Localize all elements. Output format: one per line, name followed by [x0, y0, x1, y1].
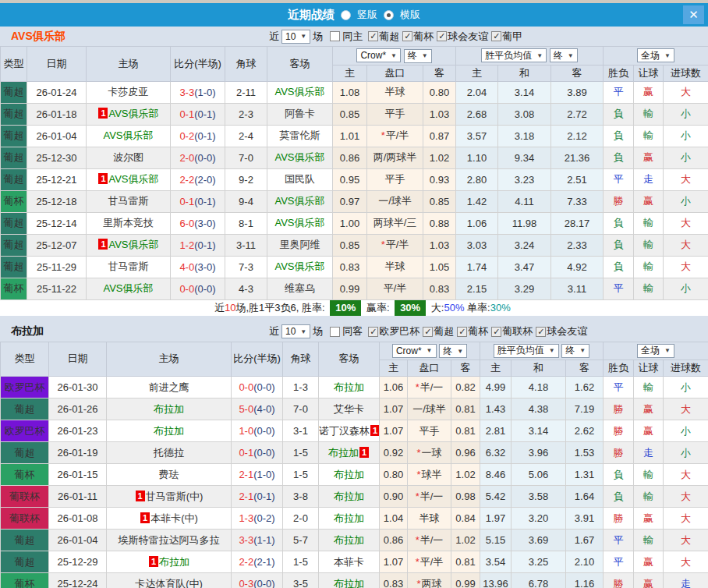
league-filter-checkbox[interactable]: ✓	[536, 327, 546, 337]
fulltime-select[interactable]: 全场▼	[637, 48, 674, 62]
league-filter-checkbox[interactable]: ✓	[368, 327, 378, 337]
league-filter-checkbox[interactable]: ✓	[437, 31, 447, 41]
col-type: 类型	[1, 47, 27, 82]
handicap-line: *平/半	[367, 125, 423, 147]
sub-odds-away: 客	[451, 360, 480, 377]
league-type-badge: 葡超	[1, 398, 49, 420]
result-outcome: 勝	[604, 442, 634, 464]
league-type-badge: 葡杯	[1, 573, 49, 588]
home-odds: 1.04	[380, 508, 408, 530]
match-row: 葡超26-01-181AVS俱乐部0-1(0-1)2-3阿鲁卡0.85平手1.0…	[1, 103, 708, 125]
mean-draw: 3.69	[512, 530, 566, 551]
mean-home: 6.32	[480, 442, 512, 464]
sub-outcome: 胜负	[604, 65, 634, 81]
handicap-line: *半/一	[408, 486, 451, 508]
result-handicap: 輸	[634, 486, 664, 508]
league-filter-label: 欧罗巴杯	[379, 324, 419, 338]
odds-source-select[interactable]: Crow*▼	[356, 48, 401, 62]
away-odds: 1.02	[451, 530, 480, 551]
sub-outcome: 胜负	[604, 360, 634, 377]
same-venue-checkbox[interactable]	[330, 31, 340, 41]
table-header-groups: 类型 日期 主场 比分(半场) 角球 客场 Crow*▼ 终▼ 胜平负均值▼ 终…	[1, 342, 708, 360]
league-type-badge: 欧罗巴杯	[1, 420, 49, 442]
result-handicap: 赢	[634, 573, 664, 588]
score-with-halftime: 0-1(0-1)	[171, 103, 225, 125]
handicap-line: 半球	[367, 256, 423, 278]
home-team: 前进之鹰	[107, 377, 232, 398]
mean-draw: 3.25	[512, 551, 566, 573]
chevron-down-icon: ▼	[457, 348, 463, 355]
result-outcome: 負	[604, 147, 634, 168]
score-with-halftime: 3-3(1-1)	[232, 530, 283, 551]
match-date: 26-01-11	[49, 486, 107, 508]
col-type: 类型	[1, 342, 49, 377]
mean-away: 1.62	[566, 377, 604, 398]
odds-final-select[interactable]: 终▼	[439, 344, 467, 358]
mean-source-select[interactable]: 胜平负均值▼	[481, 48, 547, 62]
mean-source-select[interactable]: 胜平负均值▼	[494, 344, 559, 358]
home-odds: 0.99	[333, 278, 367, 299]
fulltime-select[interactable]: 全场▼	[637, 344, 674, 358]
corner-count: 7-0	[283, 398, 319, 420]
league-type-badge: 欧罗巴杯	[1, 377, 49, 398]
result-handicap: 赢	[634, 420, 664, 442]
away-team: AVS俱乐部	[267, 256, 333, 278]
league-filter-checkbox[interactable]: ✓	[457, 327, 467, 337]
score-with-halftime: 0-2(0-1)	[171, 125, 225, 147]
away-team: AVS俱乐部	[267, 190, 333, 212]
result-handicap: 赢	[634, 147, 664, 168]
handicap-line: 平手	[408, 420, 451, 442]
mean-final-select[interactable]: 终▼	[550, 48, 578, 62]
result-handicap: 赢	[634, 81, 664, 103]
mean-draw: 3.58	[512, 486, 566, 508]
horizontal-layout-radio[interactable]	[384, 10, 394, 20]
mean-home: 3.54	[480, 551, 512, 573]
league-filter-checkbox[interactable]: ✓	[423, 327, 433, 337]
match-date: 26-01-04	[49, 530, 107, 551]
league-filter-checkbox[interactable]: ✓	[491, 327, 501, 337]
mean-home: 1.10	[456, 147, 498, 168]
score-with-halftime: 0-1(0-1)	[171, 190, 225, 212]
result-goals: 小	[664, 278, 708, 299]
league-type-badge: 葡联杯	[1, 486, 49, 508]
mean-final-select[interactable]: 终▼	[561, 344, 589, 358]
sub-odds-home: 主	[380, 360, 408, 377]
vertical-layout-radio[interactable]	[341, 10, 351, 20]
odds-final-select[interactable]: 终▼	[404, 49, 432, 63]
mean-draw: 3.29	[498, 278, 551, 299]
home-odds: 1.07	[380, 420, 408, 442]
filter-bar: 近 10▼ 场 同主 ✓葡超✓葡杯✓球会友谊✓葡甲	[269, 30, 522, 44]
mean-home: 1.06	[456, 212, 498, 234]
league-type-badge: 葡超	[1, 551, 49, 573]
handicap-line: *半/一	[408, 377, 451, 398]
close-icon[interactable]: ✕	[683, 5, 704, 24]
mean-home: 1.74	[456, 256, 498, 278]
result-goals: 小	[664, 442, 708, 464]
result-outcome: 平	[604, 551, 634, 573]
score-with-halftime: 0-0(0-0)	[232, 377, 283, 398]
league-filter-checkbox[interactable]: ✓	[368, 31, 378, 41]
league-filter-checkbox[interactable]: ✓	[402, 31, 412, 41]
mean-draw: 11.98	[498, 212, 551, 234]
same-venue-checkbox[interactable]	[330, 327, 340, 337]
mean-home: 2.81	[480, 420, 512, 442]
match-date: 26-01-23	[49, 420, 107, 442]
away-team: 维塞乌	[267, 278, 333, 299]
away-odds: 1.05	[423, 256, 456, 278]
match-date: 26-01-04	[27, 125, 87, 147]
sub-mean-away: 客	[551, 65, 604, 81]
result-handicap: 赢	[634, 190, 664, 212]
handicap-line: *球半	[408, 464, 451, 486]
mean-home: 1.43	[480, 398, 512, 420]
score-with-halftime: 2-0(0-0)	[171, 147, 225, 168]
mean-draw: 3.96	[512, 442, 566, 464]
corner-count: 1-5	[283, 551, 319, 573]
mean-group-header: 胜平负均值▼ 终▼	[456, 47, 604, 66]
result-handicap: 輸	[634, 103, 664, 125]
games-count-select[interactable]: 10▼	[281, 324, 310, 338]
league-type-badge: 葡超	[1, 103, 27, 125]
games-count-select[interactable]: 10▼	[281, 30, 310, 44]
league-filter-checkbox[interactable]: ✓	[491, 31, 501, 41]
match-date: 25-12-24	[49, 573, 107, 588]
odds-source-select[interactable]: Crow*▼	[392, 344, 437, 358]
